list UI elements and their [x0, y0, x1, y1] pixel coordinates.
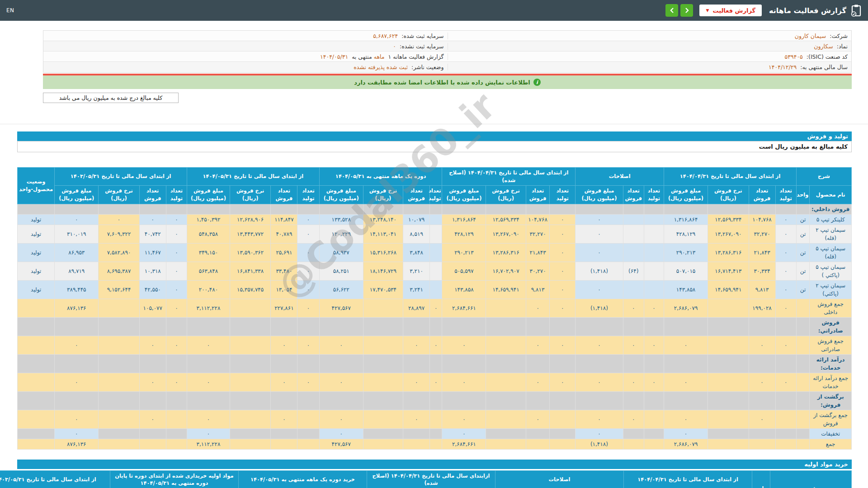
table-cell: [230, 299, 271, 317]
table-row: کلینکر تیپ ۵تن۰۱۰۴,۷۶۸۱۲,۵۶۹,۳۳۴۱,۳۱۶,۸۶…: [18, 214, 852, 225]
table-cell: [166, 410, 187, 428]
table-row: جمع درآمد ارائه خدمات۰۰۰۰۰۰۰۰۰۰۰۰۰۰۰۰۰۰: [18, 373, 852, 391]
table-cell: ۰: [297, 336, 319, 354]
table-cell: ۲۱,۸۴۳: [749, 243, 775, 262]
table-cell: [55, 204, 99, 214]
table-cell: ۳۰,۳۳۴: [749, 262, 775, 280]
table-cell: [363, 373, 403, 391]
status-cell: [18, 204, 55, 214]
table-cell: ۱۰,۳۱۸: [139, 262, 166, 280]
production-sales-table: شرحاز ابتدای سال مالی تا تاریخ ۱۴۰۴/۰۴/۳…: [17, 167, 852, 450]
table-cell: [664, 391, 708, 410]
table-cell: [749, 354, 775, 373]
fiscal-year-label: سال مالی منتهی به:: [800, 64, 848, 70]
table-cell: [749, 428, 775, 439]
table-cell: ۸۷۶,۱۳۶: [55, 439, 99, 449]
table-cell: [55, 354, 99, 373]
table-cell: [664, 204, 708, 214]
raw-materials-table: شرحواحداز ابتدای سال مالی تا تاریخ ۱۴۰۴/…: [0, 470, 852, 488]
column-header: از ابتدای سال مالی تا تاریخ ۱۴۰۴/۰۴/۳۱: [623, 470, 752, 488]
table-cell: [550, 391, 576, 410]
unit-cell: تن: [796, 280, 809, 299]
table-cell: [187, 391, 230, 410]
language-toggle-en[interactable]: EN: [6, 7, 14, 14]
table-cell: [749, 317, 775, 336]
table-cell: [644, 410, 664, 428]
column-header: مبلغ فروش (میلیون ریال): [442, 186, 486, 204]
info-row-symbol: نماد: سکارون سرمایه ثبت نشده: ۰: [43, 41, 851, 52]
column-header: دوره یک ماهه منتهی به ۱۴۰۴/۰۵/۳۱: [319, 168, 442, 186]
table-cell: ۰: [55, 428, 99, 439]
table-cell: ۰: [664, 336, 708, 354]
table-cell: [99, 204, 140, 214]
table-cell: [271, 204, 297, 214]
table-cell: [297, 428, 319, 439]
table-cell: ۰: [576, 428, 623, 439]
next-report-button[interactable]: [680, 4, 693, 17]
table-cell: [576, 204, 623, 214]
column-header: نرخ فروش (ریال): [708, 186, 749, 204]
table-cell: ۰: [403, 373, 430, 391]
chevron-left-icon: [670, 7, 675, 14]
table-cell: ۵۶۳,۸۴۸: [187, 262, 230, 280]
unit-cell: [796, 204, 809, 214]
column-header: تعداد تولید: [166, 186, 187, 204]
table-cell: [775, 410, 796, 428]
column-header: خرید دوره یک ماهه منتهی به ۱۴۰۴/۰۵/۳۱: [238, 470, 367, 488]
row-label: جمع: [810, 439, 852, 449]
table-cell: [576, 391, 623, 410]
table-cell: ۰: [187, 428, 230, 439]
table-cell: ۱۳,۵۹۰,۳۶۲: [230, 243, 271, 262]
table-cell: ۰: [442, 373, 486, 391]
table-cell: ۱۰۴,۷۶۸: [526, 214, 550, 225]
table-cell: [442, 391, 486, 410]
table-cell: [271, 354, 297, 373]
table-cell: ۰: [664, 373, 708, 391]
row-label: جمع فروش صادراتی: [810, 336, 852, 354]
column-header: واحد: [796, 186, 809, 204]
table-cell: [550, 428, 576, 439]
table-cell: [430, 391, 442, 410]
table-cell: [187, 317, 230, 336]
table-cell: [664, 354, 708, 373]
section-row: فروش صادراتي:: [18, 317, 852, 336]
table-cell: ۵۸,۹۳۷: [319, 243, 363, 262]
table-cell: ۰: [55, 373, 99, 391]
table-cell: ۰: [664, 410, 708, 428]
table-cell: ۰: [166, 299, 187, 317]
table-cell: [363, 317, 403, 336]
table-cell: [623, 243, 644, 262]
table-cell: ۳۲,۲۷۰: [526, 225, 550, 243]
table-cell: ۱۰,۰۷۹: [403, 214, 430, 225]
table-row: تخفیفات۰۰۰۰۰۰: [18, 428, 852, 439]
table-cell: (۱,۴۱۸): [576, 262, 623, 280]
column-header: شرح: [770, 470, 852, 488]
table-cell: [139, 428, 166, 439]
table-cell: ۱,۴۵۰,۳۹۲: [187, 214, 230, 225]
report-type-dropdown[interactable]: گزارش فعالیت ▼: [699, 5, 762, 16]
table-cell: [430, 410, 442, 428]
table-cell: ۲,۶۸۶,۰۷۹: [664, 299, 708, 317]
table-cell: ۵۶,۶۲۲: [319, 280, 363, 299]
table-cell: [166, 317, 187, 336]
table-cell: [708, 391, 749, 410]
table-cell: ۱۷,۴۷۰,۵۳۴: [363, 280, 403, 299]
previous-report-button[interactable]: [665, 4, 678, 17]
table-cell: [271, 317, 297, 336]
table-cell: ۰: [526, 299, 550, 317]
row-label: سیمان تیپ ۲ (پاکتي): [810, 280, 852, 299]
table-cell: ۵۰۷,۰۱۵: [664, 262, 708, 280]
table-cell: [644, 262, 664, 280]
column-header: وضعیت محصول-واحد: [18, 168, 55, 204]
unregistered-capital-value: ۰: [393, 43, 396, 50]
table-cell: [442, 204, 486, 214]
table-cell: [99, 336, 140, 354]
table-cell: ۰: [55, 214, 99, 225]
table-cell: [319, 354, 363, 373]
section-divider: [0, 124, 868, 124]
table-cell: ۰: [166, 243, 187, 262]
row-label: تخفیفات: [810, 428, 852, 439]
column-header: از ابتدای سال مالی تا تاریخ ۱۴۰۴/۰۵/۳۱: [187, 168, 320, 186]
column-header: اصلاحات: [576, 168, 664, 186]
table-row: جمع فروش صادراتی۰۰۰۰۰۰۰۰۰۰۰۰۰۰۰۰۰۰: [18, 336, 852, 354]
